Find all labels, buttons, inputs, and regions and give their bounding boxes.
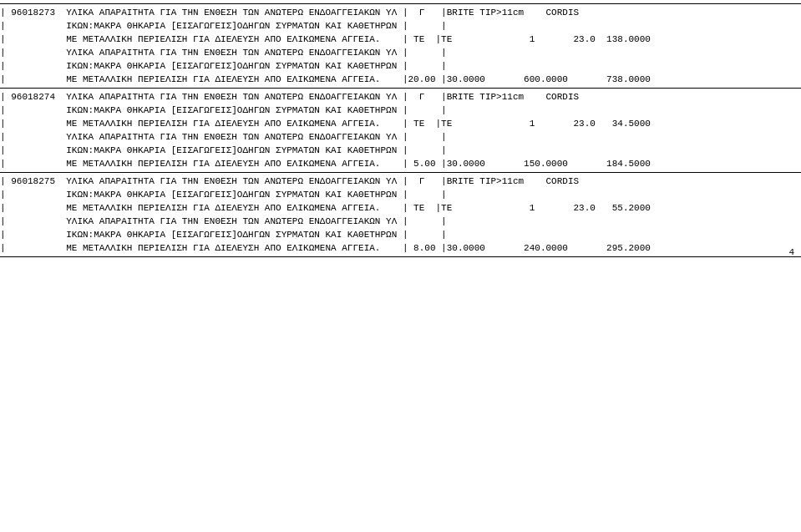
record-block-2: | 96018274 ΥΛΙΚΑ ΑΠΑΡΑΙΤΗΤΑ ΓΙΑ ΤΗΝ ΕΝΘΕ… bbox=[0, 89, 801, 172]
record-2-line-6: | ΜΕ ΜΕΤΑΛΛΙΚΗ ΠΕΡΙΕΛΙΣΗ ΓΙΑ ΔΙΕΛΕΥΣΗ ΑΠ… bbox=[0, 157, 801, 170]
record-1-line-3: | ΜΕ ΜΕΤΑΛΛΙΚΗ ΠΕΡΙΕΛΙΣΗ ΓΙΑ ΔΙΕΛΕΥΣΗ ΑΠ… bbox=[0, 33, 801, 46]
record-2-line-1: | 96018274 ΥΛΙΚΑ ΑΠΑΡΑΙΤΗΤΑ ΓΙΑ ΤΗΝ ΕΝΘΕ… bbox=[0, 90, 801, 104]
record-1-line-2: | ΙΚΩΝ:ΜΑΚΡΑ ΘΗΚΑΡΙΑ [ΕΙΣΑΓΩΓΕΙΣ]ΟΔΗΓΩΝ … bbox=[0, 19, 801, 33]
page-container: | 96018273 ΥΛΙΚΑ ΑΠΑΡΑΙΤΗΤΑ ΓΙΑ ΤΗΝ ΕΝΘΕ… bbox=[0, 0, 801, 261]
record-1-line-6: | ΜΕ ΜΕΤΑΛΛΙΚΗ ΠΕΡΙΕΛΙΣΗ ΓΙΑ ΔΙΕΛΕΥΣΗ ΑΠ… bbox=[0, 73, 801, 86]
record-2-line-2: | ΙΚΩΝ:ΜΑΚΡΑ ΘΗΚΑΡΙΑ [ΕΙΣΑΓΩΓΕΙΣ]ΟΔΗΓΩΝ … bbox=[0, 104, 801, 117]
record-1-line-1: | 96018273 ΥΛΙΚΑ ΑΠΑΡΑΙΤΗΤΑ ΓΙΑ ΤΗΝ ΕΝΘΕ… bbox=[0, 6, 801, 19]
record-3-line-2: | ΙΚΩΝ:ΜΑΚΡΑ ΘΗΚΑΡΙΑ [ΕΙΣΑΓΩΓΕΙΣ]ΟΔΗΓΩΝ … bbox=[0, 188, 801, 201]
page-number: 4 bbox=[788, 247, 794, 257]
record-3-line-3: | ΜΕ ΜΕΤΑΛΛΙΚΗ ΠΕΡΙΕΛΙΣΗ ΓΙΑ ΔΙΕΛΕΥΣΗ ΑΠ… bbox=[0, 201, 801, 215]
separator-3 bbox=[0, 256, 801, 257]
record-1-line-4: | ΥΛΙΚΑ ΑΠΑΡΑΙΤΗΤΑ ΓΙΑ ΤΗΝ ΕΝΘΕΣΗ ΤΩΝ ΑΝ… bbox=[0, 46, 801, 59]
record-2-line-3: | ΜΕ ΜΕΤΑΛΛΙΚΗ ΠΕΡΙΕΛΙΣΗ ΓΙΑ ΔΙΕΛΕΥΣΗ ΑΠ… bbox=[0, 117, 801, 130]
record-block-3: | 96018275 ΥΛΙΚΑ ΑΠΑΡΑΙΤΗΤΑ ΓΙΑ ΤΗΝ ΕΝΘΕ… bbox=[0, 173, 801, 256]
record-1-line-5: | ΙΚΩΝ:ΜΑΚΡΑ ΘΗΚΑΡΙΑ [ΕΙΣΑΓΩΓΕΙΣ]ΟΔΗΓΩΝ … bbox=[0, 59, 801, 73]
record-3-line-4: | ΥΛΙΚΑ ΑΠΑΡΑΙΤΗΤΑ ΓΙΑ ΤΗΝ ΕΝΘΕΣΗ ΤΩΝ ΑΝ… bbox=[0, 215, 801, 228]
record-block-1: | 96018273 ΥΛΙΚΑ ΑΠΑΡΑΙΤΗΤΑ ΓΙΑ ΤΗΝ ΕΝΘΕ… bbox=[0, 4, 801, 88]
record-3-line-5: | ΙΚΩΝ:ΜΑΚΡΑ ΘΗΚΑΡΙΑ [ΕΙΣΑΓΩΓΕΙΣ]ΟΔΗΓΩΝ … bbox=[0, 228, 801, 241]
record-3-line-6: | ΜΕ ΜΕΤΑΛΛΙΚΗ ΠΕΡΙΕΛΙΣΗ ΓΙΑ ΔΙΕΛΕΥΣΗ ΑΠ… bbox=[0, 241, 801, 255]
record-3-line-1: | 96018275 ΥΛΙΚΑ ΑΠΑΡΑΙΤΗΤΑ ΓΙΑ ΤΗΝ ΕΝΘΕ… bbox=[0, 175, 801, 188]
record-2-line-4: | ΥΛΙΚΑ ΑΠΑΡΑΙΤΗΤΑ ΓΙΑ ΤΗΝ ΕΝΘΕΣΗ ΤΩΝ ΑΝ… bbox=[0, 130, 801, 144]
record-2-line-5: | ΙΚΩΝ:ΜΑΚΡΑ ΘΗΚΑΡΙΑ [ΕΙΣΑΓΩΓΕΙΣ]ΟΔΗΓΩΝ … bbox=[0, 144, 801, 157]
